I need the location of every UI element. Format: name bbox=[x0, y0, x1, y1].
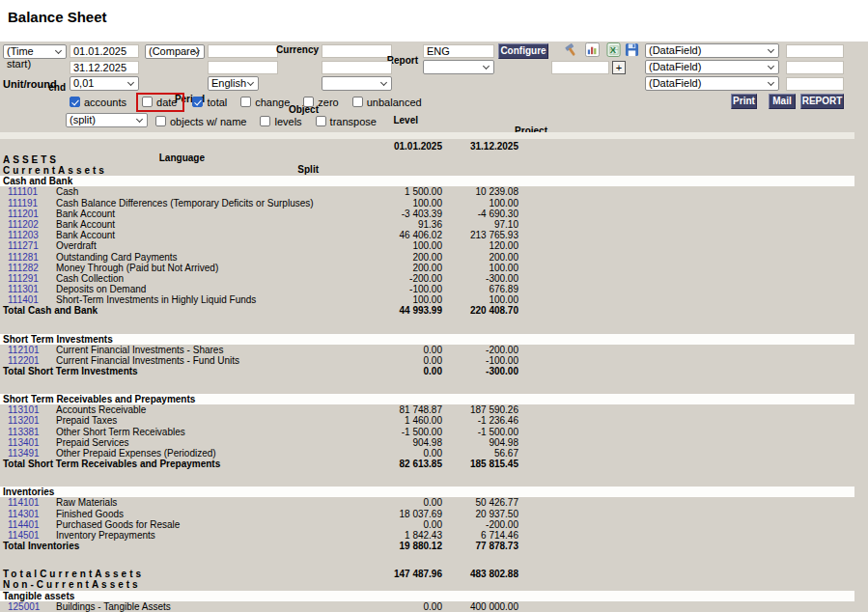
account-name: Money Through (Paid but Not Arrived) bbox=[56, 263, 218, 273]
total-row: Total Inventories19 880.1277 878.73 bbox=[0, 541, 854, 551]
datafield-select-3[interactable]: (DataField) bbox=[645, 76, 779, 91]
account-code-link[interactable]: 111301 bbox=[8, 284, 39, 294]
options-checkbox-row: accountsdatetotalchangezerounbalanced bbox=[70, 93, 435, 111]
account-name: Deposits on Demand bbox=[56, 284, 146, 294]
datafield-select-2[interactable]: (DataField) bbox=[645, 60, 779, 74]
account-code-link[interactable]: 113491 bbox=[8, 448, 40, 459]
end-date-input[interactable] bbox=[70, 61, 139, 74]
account-row: 113201Prepaid Taxes1 460.00-1 236.46 bbox=[0, 415, 854, 426]
project-input[interactable] bbox=[551, 61, 609, 74]
print-button[interactable]: Print bbox=[731, 94, 757, 109]
account-row: 111291Cash Collection-200.00-300.00 bbox=[0, 273, 854, 284]
split-select[interactable] bbox=[322, 76, 392, 91]
datafield-value-2[interactable] bbox=[786, 61, 844, 74]
value-end-period: 185 815.45 bbox=[446, 459, 518, 469]
value-start-period: 18 037.69 bbox=[319, 509, 442, 519]
period-input[interactable] bbox=[208, 61, 278, 74]
level-select[interactable] bbox=[423, 60, 494, 74]
checkbox-item: objects w/ name bbox=[155, 116, 246, 127]
excel-icon[interactable]: X bbox=[606, 42, 621, 57]
report-group-heading: CurrentAssets bbox=[0, 165, 854, 176]
value-end-period: 100.00 bbox=[446, 198, 518, 209]
account-code-link[interactable]: 111281 bbox=[8, 252, 39, 263]
start-date-input[interactable] bbox=[70, 44, 139, 58]
account-code-link[interactable]: 111271 bbox=[8, 240, 39, 251]
balance-sheet-report: 01.01.2025 31.12.2025 ASSETSCurrentAsset… bbox=[0, 132, 854, 612]
column-header-start-date: 01.01.2025 bbox=[319, 139, 442, 154]
account-name: Accounts Receivable bbox=[56, 404, 146, 415]
account-code-link[interactable]: 114401 bbox=[8, 519, 40, 530]
report-separator bbox=[0, 132, 854, 139]
account-code-link[interactable]: 111203 bbox=[8, 230, 39, 240]
balance-sheet-page: Balance Sheet (Time start) (Compare) Cur… bbox=[0, 0, 868, 612]
configure-button[interactable]: Configure bbox=[498, 43, 548, 59]
datafield-select-1[interactable]: (DataField) bbox=[645, 43, 779, 58]
value-start-period: 200.00 bbox=[319, 252, 442, 263]
compare-select[interactable]: (Compare) bbox=[145, 44, 205, 59]
zero-checkbox[interactable] bbox=[303, 97, 314, 107]
account-code-link[interactable]: 111101 bbox=[8, 186, 38, 197]
objects-w-name-checkbox[interactable] bbox=[155, 116, 166, 126]
value-start-period: 0.00 bbox=[319, 366, 442, 376]
account-code-link[interactable]: 113401 bbox=[8, 437, 40, 448]
datafield-value-1[interactable] bbox=[786, 44, 844, 58]
account-row: 111282Money Through (Paid but Not Arrive… bbox=[0, 263, 854, 273]
chevron-down-icon bbox=[136, 116, 143, 123]
account-code-link[interactable]: 111202 bbox=[8, 219, 39, 230]
account-code-link[interactable]: 112201 bbox=[8, 355, 40, 366]
unbalanced-checkbox[interactable] bbox=[352, 97, 363, 107]
mail-button[interactable]: Mail bbox=[769, 94, 796, 109]
total-label: Total Short Term Receivables and Prepaym… bbox=[3, 459, 220, 469]
total-label: Total Short Term Investments bbox=[3, 366, 138, 376]
account-code-link[interactable]: 111401 bbox=[8, 294, 39, 305]
language-select[interactable]: English bbox=[208, 76, 259, 91]
report-spacer bbox=[0, 469, 854, 487]
chevron-down-icon bbox=[768, 63, 774, 70]
total-checkbox[interactable] bbox=[192, 97, 203, 107]
object-input[interactable] bbox=[322, 61, 392, 74]
date-checkbox[interactable] bbox=[142, 97, 153, 107]
save-icon[interactable] bbox=[625, 42, 639, 57]
report-button[interactable]: REPORT bbox=[800, 94, 844, 109]
value-start-period: 91.36 bbox=[319, 219, 442, 230]
account-name: Prepaid Services bbox=[56, 437, 129, 448]
time-start-select[interactable]: (Time start) bbox=[3, 44, 67, 59]
tools-icon[interactable] bbox=[564, 42, 578, 57]
unit-round-select[interactable]: 0,01 bbox=[70, 76, 139, 91]
account-code-link[interactable]: 111191 bbox=[8, 198, 38, 209]
value-end-period: -100.00 bbox=[446, 355, 518, 366]
value-start-period: 82 613.85 bbox=[319, 459, 442, 469]
account-name: Cash Balance Differences (Temporary Defi… bbox=[56, 198, 314, 209]
unbalanced-checkbox-label: unbalanced bbox=[367, 97, 422, 108]
page-title: Balance Sheet bbox=[8, 9, 107, 25]
value-start-period: 44 993.99 bbox=[319, 305, 442, 316]
value-start-period: 1 842.43 bbox=[319, 530, 442, 541]
account-code-link[interactable]: 114501 bbox=[8, 530, 40, 541]
change-checkbox[interactable] bbox=[240, 97, 251, 107]
account-code-link[interactable]: 112101 bbox=[8, 345, 40, 355]
account-code-link[interactable]: 113101 bbox=[8, 404, 40, 415]
accounts-checkbox[interactable] bbox=[70, 97, 80, 107]
value-start-period: -200.00 bbox=[319, 273, 442, 284]
account-name: Cash Collection bbox=[56, 273, 124, 284]
transpose-checkbox[interactable] bbox=[316, 116, 326, 126]
account-code-link[interactable]: 113201 bbox=[8, 415, 40, 426]
account-name: Purchased Goods for Resale bbox=[56, 519, 180, 530]
account-code-link[interactable]: 113381 bbox=[8, 427, 40, 437]
account-code-link[interactable]: 114101 bbox=[8, 497, 40, 508]
chevron-down-icon bbox=[55, 47, 62, 54]
datafield-value-3[interactable] bbox=[786, 77, 844, 91]
chart-icon[interactable] bbox=[585, 42, 600, 57]
split-mode-select[interactable]: (split) bbox=[66, 113, 148, 127]
account-name: Cash bbox=[56, 186, 78, 197]
account-code-link[interactable]: 111282 bbox=[8, 263, 39, 273]
account-code-link[interactable]: 111201 bbox=[8, 209, 39, 219]
value-end-period: 400 000.00 bbox=[446, 601, 518, 612]
report-code-input[interactable] bbox=[423, 44, 494, 58]
project-add-icon[interactable]: + bbox=[612, 61, 626, 74]
objects-w-name-checkbox-label: objects w/ name bbox=[170, 116, 246, 127]
account-code-link[interactable]: 125001 bbox=[8, 601, 40, 612]
levels-checkbox[interactable] bbox=[260, 116, 270, 126]
account-code-link[interactable]: 111291 bbox=[8, 273, 39, 284]
account-code-link[interactable]: 114301 bbox=[8, 509, 40, 519]
